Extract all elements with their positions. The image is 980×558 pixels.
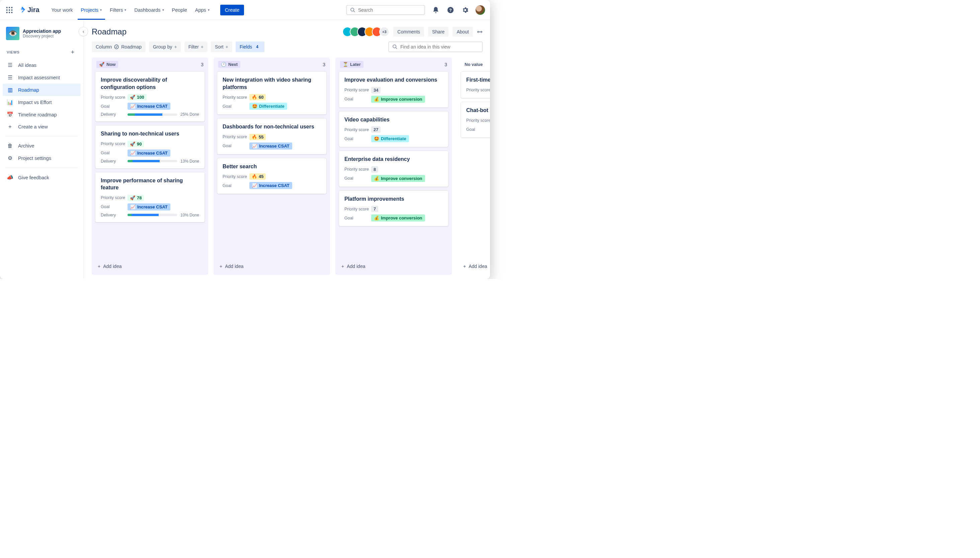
nav-your-work[interactable]: Your work	[48, 5, 76, 15]
idea-card[interactable]: Improve evaluation and conversionsPriori…	[339, 71, 449, 108]
sidebar-item-label: Timeline roadmap	[18, 112, 57, 117]
priority-score-badge: 34	[371, 87, 381, 94]
score-value: 100	[137, 95, 144, 100]
find-idea-search[interactable]	[388, 41, 483, 52]
project-header[interactable]: 👁️ Appreciation app Discovery project	[3, 27, 81, 47]
priority-label: Priority score	[223, 95, 249, 100]
search-input[interactable]	[358, 7, 421, 13]
progress-bar	[128, 160, 177, 162]
card-title: Better search	[223, 163, 321, 170]
groupby-button[interactable]: Group by+	[149, 41, 181, 52]
column-name: Next	[228, 62, 238, 67]
view-toolbar: Column Roadmap Group by+ Filter+ Sort+ F…	[92, 39, 490, 57]
idea-card[interactable]: New integration with video sharing platf…	[217, 71, 327, 115]
sidebar-item[interactable]: ☰All ideas	[3, 59, 81, 71]
about-button[interactable]: About	[452, 27, 473, 37]
priority-row: Priority score🚀100	[101, 94, 199, 100]
priority-label: Priority score	[344, 207, 371, 212]
app-switcher-icon[interactable]	[5, 5, 14, 15]
jira-brand[interactable]: Jira	[18, 6, 39, 14]
sidebar-item[interactable]: 📅Timeline roadmap	[3, 108, 81, 121]
roadmap-board: 🚀Now3Improve discoverability of configur…	[92, 57, 490, 279]
goal-icon: 📈	[130, 151, 136, 156]
fields-button[interactable]: Fields4	[236, 41, 265, 52]
priority-score-badge: 🔥45	[249, 173, 266, 180]
idea-card[interactable]: Video capabilitiesPriority score27Goal🤩D…	[339, 111, 449, 148]
goal-icon: 📈	[252, 143, 257, 149]
priority-label: Priority score	[101, 95, 128, 100]
comments-button[interactable]: Comments	[393, 27, 424, 37]
plus-icon: +	[201, 44, 204, 49]
svg-rect-7	[9, 12, 10, 13]
idea-card[interactable]: Chat-bot suPriority score6Goal🤩	[460, 102, 490, 138]
sidebar-item[interactable]: ▥Roadmap	[3, 84, 81, 96]
nav-filters[interactable]: Filters▾	[107, 5, 130, 15]
nav-dashboards[interactable]: Dashboards▾	[131, 5, 167, 15]
column-field-selector[interactable]: Column Roadmap	[92, 41, 146, 52]
filter-button[interactable]: Filter+	[184, 41, 207, 52]
svg-rect-0	[7, 7, 8, 8]
idea-card[interactable]: Sharing to non-technical usersPriority s…	[95, 125, 205, 169]
svg-line-10	[354, 11, 355, 12]
goal-label: Goal	[223, 104, 249, 109]
nav-projects[interactable]: Projects▾	[78, 5, 105, 15]
column-icon: 🚀	[99, 62, 104, 67]
nav-people[interactable]: People	[169, 5, 191, 15]
sidebar-item[interactable]: ☰Impact assessment	[3, 71, 81, 84]
notifications-icon[interactable]	[431, 5, 441, 15]
more-collaborators[interactable]: +3	[379, 27, 389, 37]
score-value: 55	[259, 135, 263, 140]
add-idea-button[interactable]: +Add idea	[457, 260, 490, 272]
add-idea-button[interactable]: +Add idea	[92, 260, 208, 272]
sidebar-give-feedback[interactable]: 📣Give feedback	[3, 171, 81, 184]
svg-point-9	[351, 8, 354, 11]
idea-card[interactable]: Improve discoverability of configuration…	[95, 71, 205, 122]
create-button[interactable]: Create	[220, 5, 244, 15]
global-search[interactable]	[346, 5, 425, 15]
goal-label: Goal	[101, 151, 128, 155]
add-idea-button[interactable]: +Add idea	[214, 260, 330, 272]
help-icon[interactable]: ?	[446, 5, 455, 15]
sidebar-project-settings[interactable]: ⚙Project settings	[3, 152, 81, 164]
sidebar-item-label: All ideas	[18, 62, 36, 68]
add-idea-button[interactable]: +Add idea	[335, 260, 452, 272]
delivery-row: Delivery10% Done	[101, 213, 199, 217]
column-count: 3	[444, 62, 447, 67]
add-view-icon[interactable]: +	[69, 48, 77, 56]
settings-icon[interactable]	[460, 5, 470, 15]
goal-label: Goal	[344, 97, 371, 101]
collaborator-avatars[interactable]: +3	[342, 27, 389, 37]
nav-apps[interactable]: Apps▾	[192, 5, 213, 15]
sort-button[interactable]: Sort+	[211, 41, 232, 52]
sidebar-archive[interactable]: 🗑Archive	[3, 140, 81, 152]
idea-card[interactable]: First-time exPriority score6	[460, 71, 490, 98]
progress-wrap: 10% Done	[128, 213, 199, 217]
idea-card[interactable]: Dashboards for non-technical usersPriori…	[217, 118, 327, 154]
column-tag[interactable]: ⏳Later	[340, 61, 363, 68]
idea-card[interactable]: Better searchPriority score🔥45Goal📈Incre…	[217, 158, 327, 194]
user-avatar[interactable]	[475, 5, 485, 15]
main-content: Roadmap +3 Comments Share About ⤢ Column…	[84, 20, 490, 279]
plus-icon: +	[463, 264, 466, 269]
priority-label: Priority score	[344, 128, 371, 132]
fullscreen-icon[interactable]: ⤢	[475, 27, 485, 37]
priority-label: Priority score	[466, 118, 490, 123]
find-idea-input[interactable]	[400, 44, 478, 49]
goal-row: Goal💰Improve conversion	[344, 96, 443, 103]
idea-card[interactable]: Improve performance of sharing featurePr…	[95, 172, 205, 222]
column-cards: First-time exPriority score6Chat-bot suP…	[457, 69, 490, 260]
idea-card[interactable]: Platform improvementsPriority score7Goal…	[339, 190, 449, 227]
idea-card[interactable]: Enterprise data residencyPriority score8…	[339, 151, 449, 187]
progress-wrap: 13% Done	[128, 159, 199, 164]
column-tag[interactable]: 🚀Now	[96, 61, 118, 68]
priority-label: Priority score	[344, 167, 371, 172]
goal-row: Goal📈Increase CSAT	[101, 103, 199, 110]
score-value: 34	[373, 88, 378, 93]
share-button[interactable]: Share	[428, 27, 449, 37]
sidebar-collapse-button[interactable]: ‹	[79, 27, 88, 36]
column-tag[interactable]: 🕐Next	[218, 61, 240, 68]
column-tag[interactable]: No value	[462, 61, 485, 68]
sidebar-item[interactable]: +Create a view	[3, 121, 81, 133]
sidebar-item[interactable]: 📊Impact vs Effort	[3, 96, 81, 108]
board-column: No valueFirst-time exPriority score6Chat…	[457, 57, 490, 275]
